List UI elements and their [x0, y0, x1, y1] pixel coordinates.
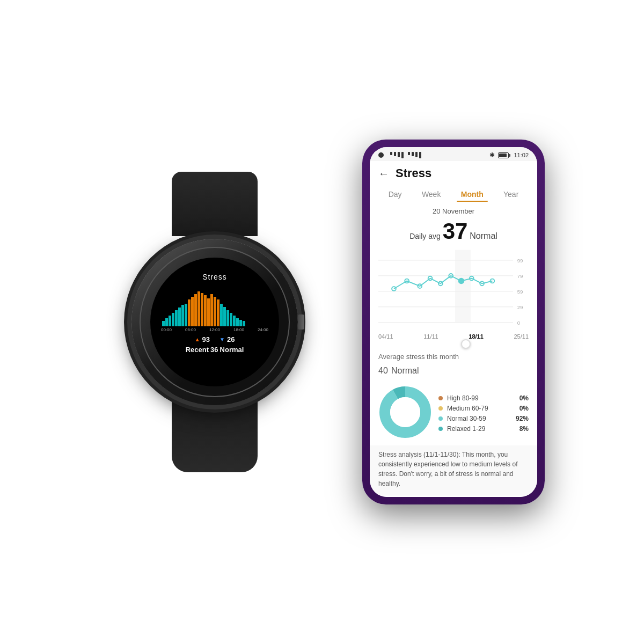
- recent-value: 36: [210, 346, 218, 354]
- donut-section: High 80-99 0% Medium 60-79 0% Normal 30-…: [370, 381, 537, 445]
- tabs-row: Day Week Month Year: [370, 185, 537, 204]
- svg-point-49: [390, 397, 420, 427]
- svg-rect-12: [201, 293, 203, 326]
- legend-label-0: High 80-99: [447, 394, 479, 402]
- svg-text:29: 29: [517, 304, 523, 310]
- nav-stress-test[interactable]: Stress test: [370, 495, 453, 497]
- svg-rect-13: [204, 295, 207, 326]
- stat-high-value: 93: [202, 335, 210, 343]
- stat-low-value: 26: [227, 335, 235, 343]
- daily-avg: Daily avg 37 Normal: [370, 216, 537, 246]
- status-bar: ✱ 11:02: [370, 147, 537, 161]
- signal-bar-5: [408, 152, 410, 155]
- slider-thumb[interactable]: [461, 339, 471, 349]
- svg-rect-2: [169, 316, 171, 326]
- status-right: ✱ 11:02: [489, 151, 529, 159]
- phone-screen: ✱ 11:02 ← Stre: [370, 147, 537, 497]
- page-title: Stress: [396, 166, 431, 180]
- watch-screen: Stress: [150, 258, 279, 386]
- tab-week[interactable]: Week: [418, 188, 445, 201]
- svg-text:59: 59: [517, 289, 523, 295]
- donut-chart: [378, 385, 432, 441]
- legend-item-2: Normal 30-59 92%: [438, 415, 529, 422]
- watch-stats: ▲ 93 ▼ 26: [195, 335, 235, 343]
- time-label-2: 12:00: [209, 327, 220, 332]
- legend-pct-3: 8%: [519, 425, 529, 433]
- svg-rect-3: [172, 313, 174, 326]
- analysis-text: Stress analysis (11/1-11/30): This month…: [378, 451, 517, 487]
- watch-container: Stress: [99, 172, 330, 472]
- daily-avg-status: Normal: [470, 231, 497, 240]
- avg-stress-number: 40: [378, 366, 388, 375]
- svg-rect-0: [162, 321, 165, 326]
- svg-rect-31: [455, 250, 471, 323]
- svg-point-38: [459, 279, 464, 284]
- date-label: 20 November: [370, 204, 537, 216]
- legend-dot-medium: [438, 406, 443, 411]
- watch-case: Stress: [131, 239, 298, 405]
- avg-stress-section: Average stress this month 40 Normal: [370, 346, 537, 381]
- signal-bar-2: [394, 152, 396, 156]
- back-button[interactable]: ←: [378, 167, 389, 180]
- svg-point-32: [392, 287, 396, 291]
- avg-stress-status: Normal: [391, 366, 419, 375]
- watch-bezel: Stress: [140, 247, 290, 397]
- battery-tip: [509, 154, 510, 157]
- x-label-selected: 18/11: [469, 333, 484, 340]
- svg-text:79: 79: [517, 273, 523, 279]
- svg-rect-20: [226, 310, 229, 326]
- watch-stress-label: Stress: [202, 273, 227, 281]
- legend-dot-high: [438, 396, 443, 400]
- legend-label-1: Medium 60-79: [447, 405, 488, 412]
- app-header: ← Stress: [370, 161, 537, 185]
- legend: High 80-99 0% Medium 60-79 0% Normal 30-…: [438, 394, 529, 433]
- svg-rect-14: [207, 298, 210, 326]
- time-label-3: 18:00: [233, 327, 244, 332]
- svg-rect-4: [175, 310, 178, 326]
- nav-more[interactable]: More: [453, 495, 537, 497]
- legend-pct-0: 0%: [519, 394, 529, 402]
- svg-rect-8: [188, 299, 191, 326]
- bluetooth-icon: ✱: [489, 151, 495, 159]
- svg-rect-21: [230, 313, 232, 326]
- svg-rect-6: [181, 305, 184, 326]
- x-label-0: 04/11: [378, 333, 393, 340]
- scene: Stress: [0, 0, 644, 644]
- signal-bar-3: [398, 152, 400, 157]
- svg-rect-15: [210, 294, 213, 326]
- watch-recent: Recent 36 Normal: [186, 346, 244, 354]
- svg-rect-1: [165, 318, 168, 326]
- phone-container: ✱ 11:02 ← Stre: [362, 140, 545, 504]
- legend-dot-relaxed: [438, 427, 443, 431]
- legend-item-3: Relaxed 1-29 8%: [438, 425, 529, 433]
- camera-dot: [378, 152, 384, 158]
- tab-month[interactable]: Month: [457, 188, 488, 201]
- chart-area: 99 79 59 29 0: [370, 246, 537, 331]
- phone-body: ✱ 11:02 ← Stre: [362, 140, 545, 504]
- svg-rect-17: [217, 299, 219, 326]
- legend-pct-2: 92%: [516, 415, 529, 422]
- svg-rect-11: [197, 291, 200, 326]
- svg-rect-9: [191, 297, 194, 326]
- signal-bar-4: [401, 152, 404, 158]
- legend-item-1: Medium 60-79 0%: [438, 405, 529, 412]
- arrow-down-icon: ▼: [219, 336, 225, 342]
- avg-stress-value: 40 Normal: [378, 363, 529, 377]
- signal-bar-1: [390, 152, 392, 155]
- analysis-section: Stress analysis (11/1-11/30): This month…: [370, 445, 537, 495]
- time-label-1: 06:00: [185, 327, 196, 332]
- svg-rect-23: [236, 318, 239, 326]
- tab-day[interactable]: Day: [384, 188, 406, 201]
- tab-year[interactable]: Year: [499, 188, 523, 201]
- bottom-nav: Stress test More: [370, 495, 537, 497]
- battery-fill: [499, 153, 507, 157]
- svg-text:99: 99: [517, 258, 523, 264]
- svg-rect-22: [233, 316, 236, 326]
- daily-avg-label: Daily avg: [409, 232, 441, 240]
- svg-rect-7: [185, 304, 187, 326]
- timeline-row: 04/11 11/11 18/11 25/11: [370, 331, 537, 342]
- svg-rect-24: [239, 320, 242, 326]
- legend-pct-1: 0%: [519, 405, 529, 412]
- recent-label: Recent: [186, 346, 209, 354]
- svg-rect-5: [178, 308, 181, 326]
